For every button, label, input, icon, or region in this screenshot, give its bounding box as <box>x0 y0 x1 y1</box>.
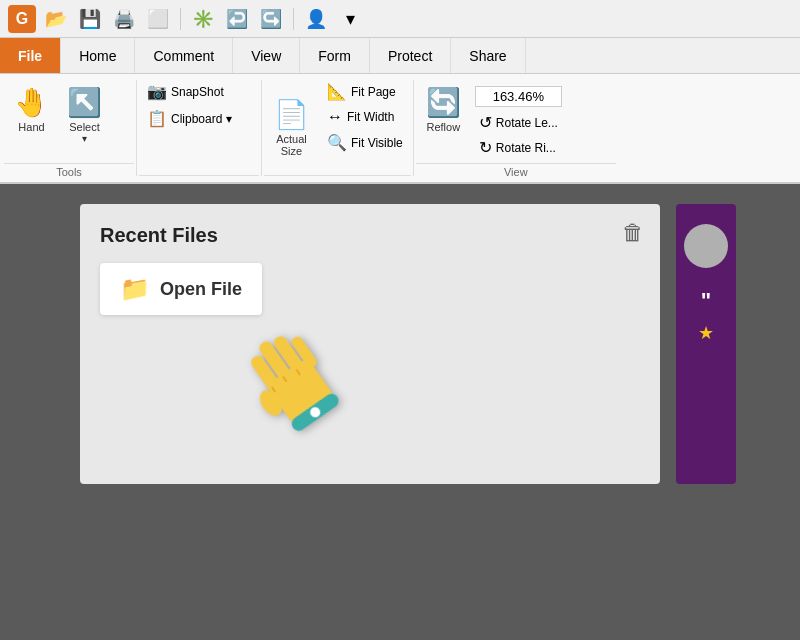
hand-tool[interactable]: 🤚 Hand <box>8 82 55 137</box>
clipboard-btn[interactable]: 📋 Clipboard ▾ <box>143 107 236 130</box>
reflow-icon: 🔄 <box>426 86 461 119</box>
ribbon-tabs: File Home Comment View Form Protect Shar… <box>0 38 800 74</box>
app-logo: G <box>8 5 36 33</box>
select-tool[interactable]: ↖️ Select ▾ <box>61 82 108 144</box>
separator-2 <box>293 8 294 30</box>
reflow-btn[interactable]: 🔄 Reflow <box>420 82 467 137</box>
svg-point-5 <box>255 386 286 419</box>
svg-line-8 <box>283 377 286 381</box>
redo-icon[interactable]: ↪️ <box>257 5 285 33</box>
svg-line-9 <box>297 370 300 374</box>
open-folder-icon: 📁 <box>120 275 150 303</box>
view-group-label: View <box>416 163 616 182</box>
clipboard-icon: 📋 <box>147 109 167 128</box>
fit-visible-btn[interactable]: 🔍 Fit Visible <box>323 131 407 154</box>
hand-label: Hand <box>18 121 44 133</box>
rotate-left-btn[interactable]: ↺ Rotate Le... <box>475 111 562 134</box>
tools-group-label: Tools <box>4 163 134 182</box>
fit-page-icon: 📐 <box>327 82 347 101</box>
snapshot-label: SnapShot <box>171 85 224 99</box>
fit-page-btn[interactable]: 📐 Fit Page <box>323 80 400 103</box>
quote-icon: " <box>701 288 711 314</box>
select-chevron-icon[interactable]: ▾ <box>82 133 87 144</box>
svg-rect-0 <box>266 357 336 427</box>
view-label-2 <box>319 175 411 182</box>
select-icon: ↖️ <box>67 86 102 119</box>
svg-line-7 <box>272 387 275 391</box>
ribbon-content: 🤚 Hand ↖️ Select ▾ Tools 📷 SnapShot 📋 <box>0 74 800 184</box>
main-area: Recent Files 🗑 📁 Open File <box>0 184 800 640</box>
svg-point-10 <box>308 405 322 419</box>
actual-size-label: Actual Size <box>276 133 307 157</box>
tab-view[interactable]: View <box>233 38 300 73</box>
fit-visible-label: Fit Visible <box>351 136 403 150</box>
svg-rect-2 <box>257 339 295 385</box>
tab-home[interactable]: Home <box>61 38 135 73</box>
rotate-right-icon: ↻ <box>479 138 492 157</box>
delete-all-btn[interactable]: 🗑 <box>622 220 644 246</box>
tab-file[interactable]: File <box>0 38 61 73</box>
actual-size-icon: 📄 <box>274 98 309 131</box>
recent-files-title: Recent Files <box>100 224 640 247</box>
rotate-right-btn[interactable]: ↻ Rotate Ri... <box>475 136 562 159</box>
fit-width-icon: ↔️ <box>327 108 343 126</box>
undo-icon[interactable]: ↩️ <box>223 5 251 33</box>
clipboard-chevron[interactable]: ▾ <box>226 112 232 126</box>
rotate-right-label: Rotate Ri... <box>496 141 556 155</box>
toolbar-top: G 📂 💾 🖨️ ⬜ ✳️ ↩️ ↪️ 👤 ▾ <box>0 0 800 38</box>
separator-1 <box>180 8 181 30</box>
actual-size-btn[interactable]: 📄 Actual Size <box>268 94 315 161</box>
fit-width-btn[interactable]: ↔️ Fit Width <box>323 106 398 128</box>
tools2-label <box>139 175 259 182</box>
view-label-1 <box>264 175 319 182</box>
avatar <box>684 224 728 268</box>
svg-rect-1 <box>249 354 283 394</box>
fit-page-label: Fit Page <box>351 85 396 99</box>
open-icon[interactable]: 📂 <box>42 5 70 33</box>
asterisk-icon[interactable]: ✳️ <box>189 5 217 33</box>
more-icon[interactable]: ▾ <box>336 5 364 33</box>
save-icon[interactable]: 💾 <box>76 5 104 33</box>
svg-rect-6 <box>289 391 341 433</box>
star-icon: ★ <box>698 322 714 344</box>
page-icon[interactable]: ⬜ <box>144 5 172 33</box>
svg-rect-3 <box>272 334 308 377</box>
fit-width-label: Fit Width <box>347 110 394 124</box>
print-icon[interactable]: 🖨️ <box>110 5 138 33</box>
fit-visible-icon: 🔍 <box>327 133 347 152</box>
reflow-label: Reflow <box>426 121 460 133</box>
rotate-left-icon: ↺ <box>479 113 492 132</box>
open-file-label: Open File <box>160 279 242 300</box>
tab-share[interactable]: Share <box>451 38 525 73</box>
tab-form[interactable]: Form <box>300 38 370 73</box>
cursor-hand-icon <box>231 312 359 461</box>
hand-icon: 🤚 <box>14 86 49 119</box>
open-file-btn[interactable]: 📁 Open File <box>100 263 262 315</box>
tab-comment[interactable]: Comment <box>135 38 233 73</box>
tab-protect[interactable]: Protect <box>370 38 451 73</box>
user-icon[interactable]: 👤 <box>302 5 330 33</box>
rotate-left-label: Rotate Le... <box>496 116 558 130</box>
right-decorative-panel: " ★ <box>676 204 736 484</box>
zoom-input[interactable]: 163.46% <box>475 86 562 107</box>
svg-rect-4 <box>290 335 319 370</box>
snapshot-btn[interactable]: 📷 SnapShot <box>143 80 228 103</box>
clipboard-label: Clipboard <box>171 112 222 126</box>
select-label: Select <box>69 121 100 133</box>
snapshot-icon: 📷 <box>147 82 167 101</box>
recent-files-panel: Recent Files 🗑 📁 Open File <box>80 204 660 484</box>
